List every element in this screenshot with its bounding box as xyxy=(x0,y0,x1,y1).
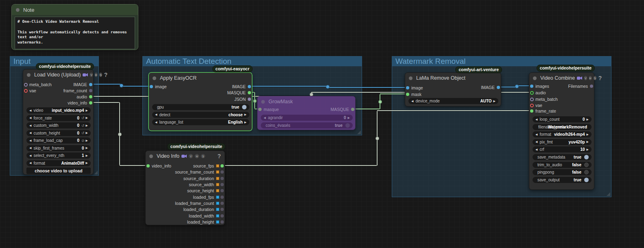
widget-crf[interactable]: ◀crf10▶ xyxy=(533,146,592,152)
slot-in-image-dot[interactable] xyxy=(150,85,153,88)
increment-arrow-icon[interactable]: ▶ xyxy=(86,116,88,120)
increment-arrow-icon[interactable]: ▶ xyxy=(86,131,88,135)
toggle-trim_to_audio[interactable] xyxy=(584,163,589,167)
decrement-arrow-icon[interactable]: ◀ xyxy=(29,124,31,127)
increment-arrow-icon[interactable]: ▶ xyxy=(86,154,88,157)
slot-out-loaded_duration-dot[interactable] xyxy=(220,208,224,211)
node-collapse-dot[interactable] xyxy=(27,73,31,77)
increment-arrow-icon[interactable]: ▶ xyxy=(587,118,589,121)
decrement-arrow-icon[interactable]: ◀ xyxy=(155,113,157,116)
node-apply-easyocr-titlebar[interactable]: Apply EasyOCR xyxy=(149,73,252,83)
decrement-arrow-icon[interactable]: ◀ xyxy=(535,133,537,136)
increment-arrow-icon[interactable]: ▶ xyxy=(86,109,88,112)
group-text-detection-titlebar[interactable]: Automatic Text Detection xyxy=(143,57,362,66)
widget-pingpong[interactable]: pingpongfalse xyxy=(533,169,592,175)
decrement-arrow-icon[interactable]: ◀ xyxy=(535,148,537,151)
slot-out-video_info-dot[interactable] xyxy=(89,101,92,104)
decrement-arrow-icon[interactable]: ◀ xyxy=(411,100,413,103)
increment-arrow-icon[interactable]: ▶ xyxy=(86,161,88,165)
widget-pix_fmt[interactable]: ◀pix_fmtyuv420p▶ xyxy=(533,139,592,145)
node-video-combine-titlebar[interactable]: Video CombineVHS? xyxy=(529,73,594,83)
widget-custom_height[interactable]: ◀custom_height0↺▶ xyxy=(26,130,91,136)
slot-in-video_info-dot[interactable] xyxy=(146,164,150,168)
note-node[interactable]: Note # One-Click Video Watermark Removal… xyxy=(11,4,138,50)
slot-in-vae-dot[interactable] xyxy=(24,89,28,93)
slot-out-Filenames-dot[interactable] xyxy=(590,85,593,88)
widget-loop_count[interactable]: ◀loop_count0▶ xyxy=(533,116,592,122)
slot-out-IMAGE-dot[interactable] xyxy=(497,86,500,89)
node-collapse-dot[interactable] xyxy=(261,100,265,104)
decrement-arrow-icon[interactable]: ◀ xyxy=(264,116,266,120)
note-text[interactable]: # One-Click Video Watermark Removal This… xyxy=(15,17,135,49)
slot-out-source_frame_count-dot[interactable] xyxy=(220,170,224,174)
slot-in-vae-dot[interactable] xyxy=(530,104,534,107)
widget-choose-video-to-upload-button[interactable]: choose video to upload xyxy=(26,168,91,174)
slot-out-source_width-dot[interactable] xyxy=(220,183,224,186)
slot-out-source_duration-dot[interactable] xyxy=(220,177,224,180)
increment-arrow-icon[interactable]: ▶ xyxy=(86,139,88,142)
increment-arrow-icon[interactable]: ▶ xyxy=(245,113,247,116)
widget-save_output[interactable]: save_outputtrue xyxy=(533,177,592,183)
decrement-arrow-icon[interactable]: ◀ xyxy=(535,118,537,121)
node-video-combine[interactable]: Video CombineVHS?imagesaudiometa_batchva… xyxy=(529,72,594,190)
widget-format[interactable]: ◀formatvideo/h264-mp4▶ xyxy=(533,131,592,137)
node-collapse-dot[interactable] xyxy=(153,76,156,80)
node-growmask-titlebar[interactable]: GrowMask xyxy=(258,96,355,107)
node-canvas[interactable]: Input Automatic Text Detection Watermark… xyxy=(0,0,644,248)
widget-save_metadata[interactable]: save_metadatatrue xyxy=(533,154,592,160)
node-collapse-dot[interactable] xyxy=(409,76,413,80)
slot-out-JSON-dot[interactable] xyxy=(248,98,251,101)
node-load-video[interactable]: Load Video (Upload)VHS?meta_batchvaeIMAG… xyxy=(23,69,94,175)
increment-arrow-icon[interactable]: ▶ xyxy=(493,100,496,103)
decrement-arrow-icon[interactable]: ◀ xyxy=(29,154,31,157)
widget-frame_load_cap[interactable]: ◀frame_load_cap0⊘▶ xyxy=(26,137,91,144)
node-video-info-titlebar[interactable]: Video InfoVHS? xyxy=(146,151,225,161)
slot-in-masque-dot[interactable] xyxy=(258,108,262,111)
decrement-arrow-icon[interactable]: ◀ xyxy=(29,116,31,120)
slot-in-images-dot[interactable] xyxy=(530,85,533,88)
widget-detect[interactable]: ◀detectchoose▶ xyxy=(152,112,249,118)
decrement-arrow-icon[interactable]: ◀ xyxy=(29,146,31,150)
widget-custom_width[interactable]: ◀custom_width0↺▶ xyxy=(26,122,91,128)
toggle-save_output[interactable] xyxy=(584,178,589,182)
slot-in-meta_batch-dot[interactable] xyxy=(24,83,28,87)
node-collapse-dot[interactable] xyxy=(149,154,153,158)
widget-device_mode[interactable]: ◀device_modeAUTO▶ xyxy=(408,98,498,104)
increment-arrow-icon[interactable]: ▶ xyxy=(587,140,589,144)
slot-out-source_fps-dot[interactable] xyxy=(220,164,224,168)
node-video-info[interactable]: Video InfoVHS?video_infosource_fpssource… xyxy=(145,150,225,225)
widget-language_list[interactable]: ◀language_listEnglish▶ xyxy=(152,119,249,125)
slot-in-audio-dot[interactable] xyxy=(530,91,534,95)
widget-gpu[interactable]: gputrue xyxy=(152,104,249,110)
node-lama-remove-object-titlebar[interactable]: LaMa Remove Object xyxy=(405,73,501,83)
increment-arrow-icon[interactable]: ▶ xyxy=(86,124,88,127)
decrement-arrow-icon[interactable]: ◀ xyxy=(535,140,537,144)
slot-out-MASQUE-dot[interactable] xyxy=(248,91,251,94)
slot-out-loaded_frame_count-dot[interactable] xyxy=(220,202,224,205)
widget-coins_évasés[interactable]: coins_évaséstrue xyxy=(261,122,353,128)
widget-filename_prefix[interactable]: filename_prefixWatermarkRemoved xyxy=(533,124,592,130)
node-collapse-dot[interactable] xyxy=(533,76,537,80)
slot-out-loaded_height-dot[interactable] xyxy=(220,220,224,224)
slot-in-meta_batch-dot[interactable] xyxy=(530,98,534,101)
increment-arrow-icon[interactable]: ▶ xyxy=(86,146,88,150)
node-growmask[interactable]: GrowMaskmasqueMASQUE◀agrandir0▶coins_éva… xyxy=(257,96,356,130)
slot-out-IMAGE-dot[interactable] xyxy=(89,83,92,86)
widget-skip_first_frames[interactable]: ◀skip_first_frames0▶ xyxy=(26,145,91,151)
node-load-video-titlebar[interactable]: Load Video (Upload)VHS? xyxy=(23,70,93,80)
slot-out-MASQUE-dot[interactable] xyxy=(351,108,354,111)
slot-out-loaded_fps-dot[interactable] xyxy=(220,196,224,199)
increment-arrow-icon[interactable]: ▶ xyxy=(587,148,589,151)
slot-out-IMAGE-dot[interactable] xyxy=(248,85,251,88)
decrement-arrow-icon[interactable]: ◀ xyxy=(29,161,31,165)
help-icon[interactable]: ? xyxy=(598,75,602,81)
help-icon[interactable]: ? xyxy=(104,72,108,78)
node-collapse-dot[interactable] xyxy=(16,8,20,12)
decrement-arrow-icon[interactable]: ◀ xyxy=(155,121,157,124)
slot-out-source_height-dot[interactable] xyxy=(220,189,224,192)
increment-arrow-icon[interactable]: ▶ xyxy=(587,133,589,136)
slot-out-audio-dot[interactable] xyxy=(89,95,92,98)
node-lama-remove-object[interactable]: LaMa Remove ObjectimagemaskIMAGE◀device_… xyxy=(405,72,501,107)
widget-force_rate[interactable]: ◀force_rate0↺▶ xyxy=(26,115,91,121)
slot-out-frame_count-dot[interactable] xyxy=(89,89,92,92)
